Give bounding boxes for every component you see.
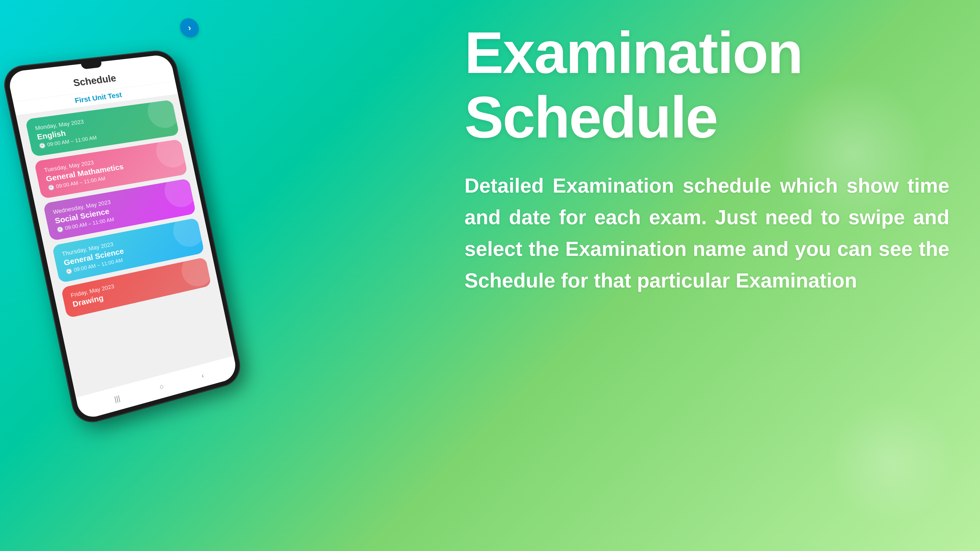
clock-icon-math: 🕘 [47,184,55,191]
bottom-nav-recents[interactable]: ‹ [201,372,205,380]
clock-icon-social: 🕘 [56,225,64,233]
description-text: Detailed Examination schedule which show… [465,170,950,297]
clock-icon-english: 🕘 [38,142,46,149]
bottom-nav-home[interactable]: ○ [159,382,165,391]
phone-body: Schedule First Unit Test Monday, May 202… [1,49,243,427]
bottom-nav-back[interactable]: ||| [114,394,121,403]
glow-decoration-2 [827,398,955,526]
main-title: Examination Schedule [465,21,950,149]
nav-arrow-right[interactable]: › [178,17,200,38]
app-header-title: Schedule [72,73,117,89]
phone-mockup: ‹ › Schedule First Unit Test Monday, May… [0,11,291,551]
exam-list: Monday, May 2023 English 🕘 09:00 AM – 11… [16,94,234,397]
right-content-panel: Examination Schedule Detailed Examinatio… [465,21,950,297]
phone-screen: Schedule First Unit Test Monday, May 202… [6,54,238,421]
clock-icon-science: 🕘 [65,267,73,275]
